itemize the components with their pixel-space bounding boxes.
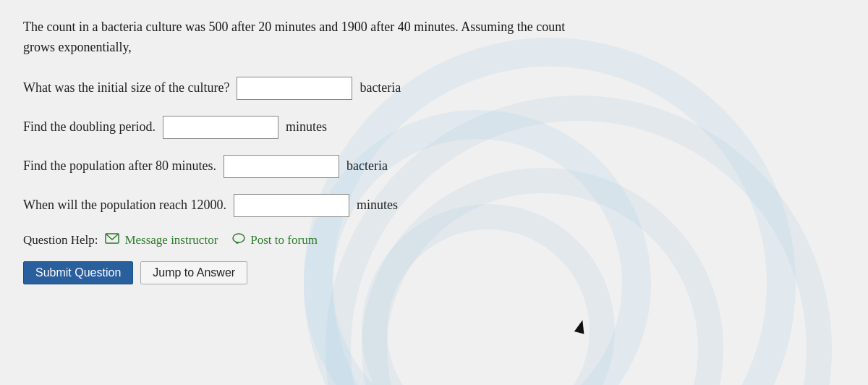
input-population-80[interactable] [224, 155, 339, 178]
subquestion-doubling-period: Find the doubling period. minutes [23, 116, 628, 139]
mail-icon [105, 233, 119, 248]
help-label: Question Help: [23, 233, 98, 248]
svg-point-1 [233, 234, 244, 242]
message-instructor-link[interactable]: Message instructor [105, 233, 218, 248]
subquestion-population-reach: When will the population reach 12000. mi… [23, 194, 628, 217]
input-doubling-period[interactable] [163, 116, 278, 139]
question-text-line1: The count in a bacteria culture was 500 … [23, 20, 565, 34]
help-row: Question Help: Message instructor Post t… [23, 233, 628, 248]
label-population-80: Find the population after 80 minutes. [23, 158, 216, 174]
label-initial-size: What was the initial size of the culture… [23, 80, 229, 96]
message-instructor-text: Message instructor [124, 233, 218, 248]
input-population-reach[interactable] [234, 194, 349, 217]
label-population-reach: When will the population reach 12000. [23, 198, 226, 213]
speech-icon [232, 233, 245, 248]
subquestion-population-80: Find the population after 80 minutes. ba… [23, 155, 628, 178]
subquestion-initial-size: What was the initial size of the culture… [23, 77, 628, 100]
post-to-forum-text: Post to forum [250, 233, 318, 248]
question-text: The count in a bacteria culture was 500 … [23, 17, 628, 58]
input-initial-size[interactable] [237, 77, 352, 100]
unit-initial-size: bacteria [359, 80, 401, 96]
jump-to-answer-button[interactable]: Jump to Answer [140, 261, 247, 284]
post-to-forum-link[interactable]: Post to forum [232, 233, 318, 248]
mouse-cursor [574, 318, 587, 334]
submit-question-button[interactable]: Submit Question [23, 261, 133, 284]
unit-population-reach: minutes [357, 198, 398, 213]
unit-population-80: bacteria [346, 158, 388, 174]
label-doubling-period: Find the doubling period. [23, 119, 156, 135]
unit-doubling-period: minutes [286, 119, 327, 135]
question-text-line2: grows exponentially, [23, 40, 132, 54]
main-content: The count in a bacteria culture was 500 … [0, 0, 651, 299]
button-row: Submit Question Jump to Answer [23, 261, 628, 284]
